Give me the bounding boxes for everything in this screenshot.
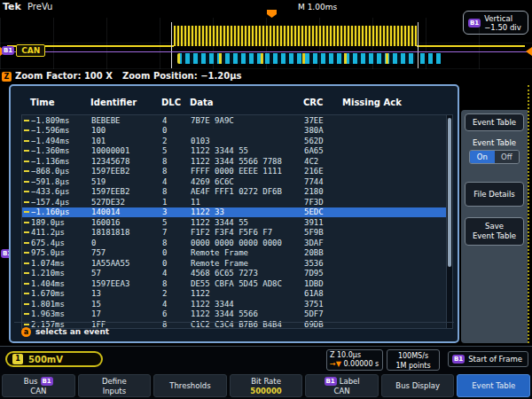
table-row[interactable]: −591.8µs51944269 6C6C7744 bbox=[22, 176, 450, 187]
event-table-toggle-label: Event Table bbox=[465, 138, 524, 147]
bottom-menu-event-table[interactable]: Event Table bbox=[457, 374, 530, 397]
cell-id: 160016 bbox=[91, 218, 162, 227]
cell-crc: 3911 bbox=[304, 218, 343, 227]
sample-rate-readout: 100MS/s 1M points bbox=[387, 349, 440, 371]
table-row[interactable]: 1.801ms1541122 33443751 bbox=[22, 299, 450, 309]
table-row[interactable]: 1.210ms5744568 6C65 72737D95 bbox=[22, 269, 450, 279]
table-row[interactable]: −157.4µs527DE321117F3D bbox=[22, 197, 450, 207]
cell-data: 11 bbox=[191, 198, 304, 207]
cell-id: 101 bbox=[91, 137, 162, 145]
bottom-menu-bus-display[interactable]: Bus Display bbox=[381, 374, 455, 397]
row-marker-icon bbox=[22, 140, 31, 142]
table-row[interactable]: −1.809msBEBEBE47B7E 9A9C37EE bbox=[22, 115, 450, 126]
bottom-menu-define-inputs[interactable]: DefineInputs bbox=[78, 374, 152, 397]
cell-time: 975.0µs bbox=[31, 248, 91, 257]
channel1-scale: 500mV bbox=[28, 355, 63, 364]
cell-crc: 562D bbox=[304, 137, 343, 145]
cell-id: 519 bbox=[91, 177, 162, 186]
table-row[interactable]: −1.160µs14001431122 335EDC bbox=[22, 207, 450, 218]
sample-rate: 100MS/s bbox=[387, 351, 439, 361]
table-row[interactable]: 1.963ms1761122 3344 55665DF7 bbox=[22, 309, 450, 320]
toggle-on-button[interactable]: On bbox=[470, 151, 495, 163]
horizontal-position-value: 0.00000 s bbox=[343, 360, 379, 368]
bus-badge: B1 bbox=[41, 377, 53, 386]
ch1-burst-waveform bbox=[174, 26, 417, 46]
bottom-menu-bit-rate[interactable]: Bit Rate500000 bbox=[230, 374, 303, 397]
row-marker-icon bbox=[22, 252, 31, 254]
table-row[interactable]: −1.494ms10120103562D bbox=[22, 136, 450, 146]
bus-badge: B1 bbox=[325, 377, 337, 386]
cell-data: 4269 6C6C bbox=[191, 177, 304, 186]
scrollbar-thumb[interactable] bbox=[448, 118, 451, 267]
cell-data: Remote Frame bbox=[191, 259, 304, 268]
row-marker-icon bbox=[22, 293, 31, 294]
event-table-window: Time Identifier DLC Data CRC Missing Ack… bbox=[9, 84, 459, 343]
cell-dlc: 5 bbox=[162, 146, 191, 155]
zoom-window-right-bracket bbox=[418, 22, 419, 68]
bottom-menu-bus[interactable]: BusB1CAN bbox=[2, 374, 75, 397]
table-row[interactable]: 1.074ms1A55AA550Remote Frame3536 bbox=[22, 258, 450, 269]
knob-a-icon: a bbox=[21, 327, 31, 337]
cell-time: −591.8µs bbox=[31, 177, 91, 186]
menu-label: Bus Display bbox=[395, 381, 440, 390]
cell-time: 1.074ms bbox=[31, 259, 91, 268]
menu-value: 500000 bbox=[250, 387, 282, 395]
cell-crc: 6A65 bbox=[304, 146, 343, 155]
save-event-table-button[interactable]: Save Event Table bbox=[465, 217, 524, 246]
col-header-crc: CRC bbox=[303, 98, 323, 107]
bus-badge: B1 bbox=[2, 46, 14, 55]
table-row[interactable]: 1.404ms1597EEA38DE55 CBFA 5D45 AD8C1DBD bbox=[22, 278, 450, 289]
cell-crc: 7F3D bbox=[304, 198, 343, 207]
table-row[interactable]: 975.0µs7570Remote Frame20BB bbox=[22, 248, 450, 259]
save-label-line2: Event Table bbox=[473, 231, 516, 241]
table-row[interactable]: 675.4µs080000 0000 0000 00003DAF bbox=[22, 238, 450, 248]
table-row[interactable]: 411.2µs181818187F1F2 F3F4 F5F6 F75F9B bbox=[22, 228, 450, 239]
bottom-menu-thresholds[interactable]: Thresholds bbox=[153, 374, 227, 397]
table-row[interactable]: 189.0µs16001651122 3344 553911 bbox=[22, 217, 450, 228]
cell-time: −1.160µs bbox=[31, 207, 91, 216]
menu-value: CAN bbox=[334, 387, 350, 395]
row-marker-icon bbox=[22, 222, 31, 223]
bottom-menu-label[interactable]: B1LabelCAN bbox=[305, 374, 379, 397]
row-marker-icon bbox=[22, 170, 31, 172]
col-header-time: Time bbox=[30, 98, 54, 107]
cell-id: 757 bbox=[91, 248, 162, 257]
bus-badge: B1 bbox=[452, 355, 465, 364]
row-marker-icon bbox=[22, 150, 31, 152]
file-details-button[interactable]: File Details bbox=[465, 182, 524, 207]
side-menu: Event Table Event Table On Off File Deta… bbox=[461, 110, 528, 343]
cell-dlc: 0 bbox=[162, 259, 191, 268]
can-decode-strip bbox=[177, 53, 415, 64]
cell-time: −1.494ms bbox=[31, 137, 91, 145]
expansion-point-marker-icon bbox=[267, 10, 277, 18]
cell-time: 1.963ms bbox=[31, 309, 91, 318]
table-row[interactable]: −433.6µs1597EEB28AE4F FFF1 0272 DF6B2180 bbox=[22, 187, 450, 198]
col-header-identifier: Identifier bbox=[90, 98, 137, 107]
cell-id: 1597EEB2 bbox=[91, 167, 162, 176]
table-row[interactable]: −1.360ms1000000151122 3344 556A65 bbox=[22, 146, 450, 157]
cell-dlc: 1 bbox=[162, 198, 191, 207]
cell-dlc: 8 bbox=[162, 167, 191, 176]
cell-dlc: 8 bbox=[162, 187, 191, 196]
cell-dlc: 7 bbox=[162, 228, 191, 237]
cell-id: 18181818 bbox=[91, 228, 162, 237]
cell-id: 10000001 bbox=[91, 146, 162, 155]
cell-time: 1.670ms bbox=[31, 289, 91, 298]
table-row[interactable]: −1.136ms1234567881122 3344 5566 77884C2 bbox=[22, 156, 450, 167]
table-row[interactable]: 1.670ms132112261A8 bbox=[22, 289, 450, 300]
right-edge-marker-icon bbox=[526, 47, 532, 56]
event-table-scrollbar[interactable] bbox=[446, 114, 453, 329]
cell-dlc: 6 bbox=[162, 309, 191, 318]
ch1-baseline-right bbox=[417, 45, 525, 47]
cell-crc: 20BB bbox=[304, 248, 343, 257]
cell-data: 1122 3344 55 bbox=[191, 218, 304, 227]
cell-data: 1122 3344 bbox=[191, 300, 304, 309]
cell-time: −433.6µs bbox=[31, 187, 91, 196]
table-row[interactable]: −1.596ms1000380A bbox=[22, 126, 450, 137]
cell-data: 1122 3344 5566 7788 bbox=[191, 157, 304, 166]
event-table-header: Time Identifier DLC Data CRC Missing Ack bbox=[11, 98, 458, 110]
row-marker-icon bbox=[22, 191, 31, 192]
cell-data: Remote Frame bbox=[191, 248, 304, 257]
table-row[interactable]: −868.0µs1597EEB28FFFF 0000 EEEE 1111216E bbox=[22, 167, 450, 177]
toggle-off-button[interactable]: Off bbox=[495, 151, 520, 163]
